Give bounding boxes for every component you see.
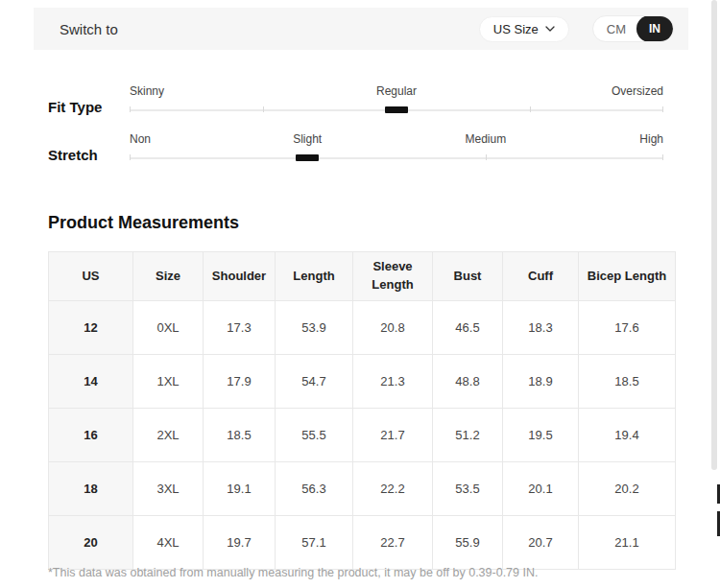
measurement-cell: 17.3 — [204, 301, 276, 355]
measurement-cell: 53.9 — [276, 301, 353, 355]
measurement-cell: 57.1 — [276, 516, 353, 570]
bar-controls: US Size CM IN — [479, 15, 674, 42]
measurement-cell: 18.3 — [503, 301, 579, 355]
measurement-cell: 51.2 — [433, 409, 503, 462]
unit-option-cm[interactable]: CM — [593, 22, 636, 36]
column-header: US — [49, 252, 133, 301]
table-row: 183XL19.156.322.253.520.120.2 — [49, 462, 676, 516]
unit-toggle[interactable]: CM IN — [592, 15, 674, 42]
measurement-cell: 20.8 — [353, 301, 433, 355]
slider-label: Non — [130, 132, 151, 146]
track-line — [130, 157, 663, 159]
measurement-cell: 56.3 — [276, 462, 353, 516]
slider-labels: SkinnyRegularOversized — [130, 84, 663, 99]
measurement-cell: 18.9 — [503, 355, 579, 409]
chevron-down-icon — [545, 26, 555, 32]
slider-labels: NonSlightMediumHigh — [130, 132, 663, 147]
table-row: 204XL19.757.122.755.920.721.1 — [49, 516, 676, 570]
switch-bar: Switch to US Size CM IN — [34, 8, 688, 50]
measurement-cell: 19.5 — [503, 409, 579, 462]
measurement-cell: 17.6 — [579, 301, 676, 355]
measurement-disclaimer: *This data was obtained from manually me… — [48, 566, 538, 579]
slider-track — [130, 106, 663, 115]
slider-fit-type: SkinnyRegularOversized — [130, 84, 663, 115]
size-system-dropdown[interactable]: US Size — [479, 16, 569, 42]
table-row: 162XL18.555.521.751.219.519.4 — [49, 409, 676, 462]
measurement-cell: 22.2 — [353, 462, 433, 516]
track-cap — [662, 106, 663, 112]
table-row: 141XL17.954.721.348.818.918.5 — [49, 355, 676, 409]
measurement-cell: 18.5 — [579, 355, 676, 409]
measurement-cell: 21.3 — [353, 355, 433, 409]
measurement-cell: 1XL — [133, 355, 204, 409]
track-tick — [530, 106, 531, 112]
measurement-cell: 48.8 — [433, 355, 503, 409]
measurement-cell: 54.7 — [276, 355, 353, 409]
measurement-cell: 21.7 — [353, 409, 433, 462]
row-us-size: 20 — [49, 516, 133, 570]
measurement-cell: 20.7 — [503, 516, 579, 570]
track-cap — [662, 154, 663, 160]
slider-label: Oversized — [612, 84, 663, 98]
column-header: Size — [133, 252, 204, 301]
slider-label: Skinny — [130, 84, 164, 98]
section-title: Product Measurements — [48, 213, 239, 233]
track-tick — [486, 154, 487, 160]
measurement-cell: 53.5 — [433, 462, 503, 516]
column-header: Length — [276, 252, 353, 301]
measurement-cell: 22.7 — [353, 516, 433, 570]
measurement-cell: 55.5 — [276, 409, 353, 462]
row-us-size: 16 — [49, 409, 133, 462]
switch-to-label: Switch to — [60, 21, 118, 37]
table-row: 120XL17.353.920.846.518.317.6 — [49, 301, 676, 355]
row-us-size: 14 — [49, 355, 133, 409]
measurement-cell: 19.4 — [579, 409, 676, 462]
row-us-size: 18 — [49, 462, 133, 516]
measurement-cell: 4XL — [133, 516, 204, 570]
measurement-cell: 55.9 — [433, 516, 503, 570]
slider-label: High — [639, 132, 663, 146]
size-system-label: US Size — [493, 22, 539, 36]
measurement-cell: 3XL — [133, 462, 204, 516]
column-header: Bust — [433, 252, 503, 301]
column-header: Shoulder — [204, 252, 276, 301]
measurement-cell: 18.5 — [204, 409, 276, 462]
slider-indicator — [385, 106, 408, 113]
measurement-cell: 21.1 — [579, 516, 676, 570]
measurement-cell: 2XL — [133, 409, 204, 462]
measurement-cell: 46.5 — [433, 301, 503, 355]
measurement-cell: 17.9 — [204, 355, 276, 409]
unit-option-in[interactable]: IN — [636, 15, 673, 42]
measurements-table: USSizeShoulderLengthSleeve LengthBustCuf… — [48, 251, 676, 570]
measurement-cell: 19.1 — [204, 462, 276, 516]
scrollbar[interactable] — [711, 0, 717, 470]
measurement-cell: 20.2 — [579, 462, 676, 516]
track-tick — [263, 106, 264, 112]
slider-label: Slight — [293, 132, 322, 146]
slider-indicator — [296, 154, 319, 161]
measurement-cell: 19.7 — [204, 516, 276, 570]
track-cap — [130, 154, 131, 160]
row-us-size: 12 — [49, 301, 133, 355]
slider-label: Medium — [466, 132, 507, 146]
track-cap — [130, 106, 131, 112]
measurement-cell: 20.1 — [503, 462, 579, 516]
slider-name: Stretch — [48, 147, 98, 163]
slider-track — [130, 153, 663, 163]
table-header-row: USSizeShoulderLengthSleeve LengthBustCuf… — [49, 252, 676, 301]
column-header: Cuff — [503, 252, 579, 301]
slider-stretch: NonSlightMediumHigh — [130, 132, 663, 163]
size-guide-page: Switch to US Size CM IN Product Measurem… — [0, 0, 720, 588]
slider-label: Regular — [376, 84, 417, 98]
slider-name: Fit Type — [48, 99, 102, 115]
column-header: Sleeve Length — [353, 252, 433, 301]
measurement-cell: 0XL — [133, 301, 204, 355]
column-header: Bicep Length — [579, 252, 676, 301]
